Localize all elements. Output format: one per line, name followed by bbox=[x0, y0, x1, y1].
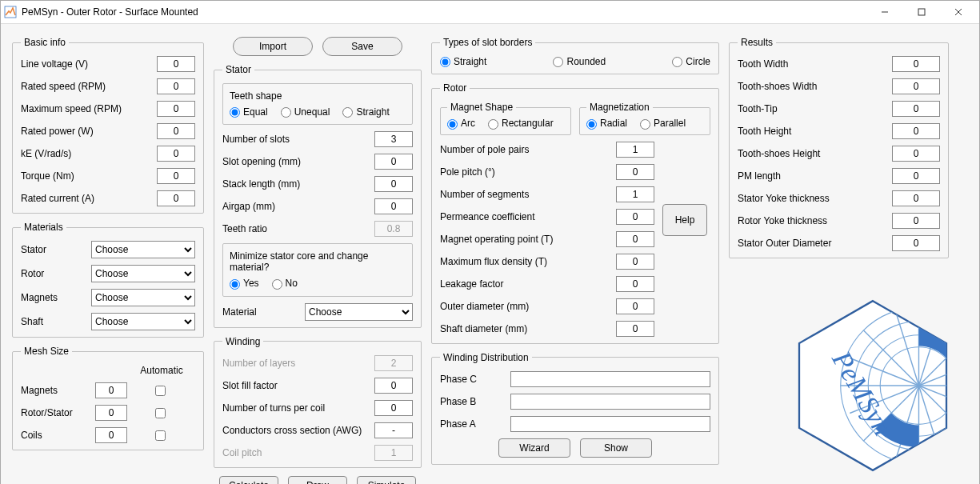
shaft-material-select[interactable]: Choose bbox=[91, 313, 195, 330]
label: Tooth Width bbox=[738, 58, 788, 70]
calculate-button[interactable]: Calculate bbox=[219, 476, 278, 484]
turns-input[interactable] bbox=[374, 400, 413, 416]
label: Stator Outer Diameter bbox=[738, 238, 831, 249]
stator-title: Stator bbox=[222, 64, 254, 75]
label: Shaft diameter (mm) bbox=[440, 323, 527, 334]
label: Rated current (A) bbox=[21, 193, 94, 204]
help-button[interactable]: Help bbox=[662, 204, 707, 236]
maximize-button[interactable] bbox=[904, 2, 939, 22]
label: Outer diameter (mm) bbox=[440, 301, 529, 312]
label: Number of pole pairs bbox=[440, 144, 529, 155]
rotor-yoke-output[interactable] bbox=[892, 213, 940, 229]
teeth-equal-radio[interactable]: Equal bbox=[230, 106, 268, 118]
max-speed-input[interactable] bbox=[157, 101, 195, 117]
stator-core-material-select[interactable]: Choose bbox=[305, 303, 413, 321]
border-straight-radio[interactable]: Straight bbox=[440, 56, 486, 67]
pole-pitch-input[interactable] bbox=[616, 164, 654, 180]
show-button[interactable]: Show bbox=[580, 438, 652, 458]
tooth-width-output[interactable] bbox=[892, 56, 940, 72]
mop-input[interactable] bbox=[616, 231, 654, 247]
outer-diameter-input[interactable] bbox=[616, 298, 654, 314]
label: Maximum flux density (T) bbox=[440, 256, 547, 267]
awg-input[interactable] bbox=[374, 422, 413, 438]
teeth-unequal-radio[interactable]: Unequal bbox=[281, 106, 330, 118]
mesh-rotor-input[interactable] bbox=[95, 405, 127, 421]
label: Coils bbox=[21, 430, 85, 441]
label: Maximum speed (RPM) bbox=[21, 103, 122, 114]
mesh-magnets-input[interactable] bbox=[95, 382, 127, 398]
magnet-rect-radio[interactable]: Rectangular bbox=[488, 118, 554, 129]
label: PM length bbox=[738, 170, 781, 182]
rotor-material-select[interactable]: Choose bbox=[91, 265, 195, 282]
mesh-rotor-auto-checkbox[interactable] bbox=[155, 408, 166, 418]
label: Airgap (mm) bbox=[222, 201, 275, 212]
label: Stack length (mm) bbox=[222, 178, 300, 190]
close-button[interactable] bbox=[941, 2, 976, 22]
minimize-yes-radio[interactable]: Yes bbox=[230, 278, 259, 289]
ke-input[interactable] bbox=[157, 146, 195, 162]
minimize-no-radio[interactable]: No bbox=[272, 278, 298, 289]
magnets-material-select[interactable]: Choose bbox=[91, 289, 195, 306]
winding-title: Winding bbox=[222, 336, 263, 347]
draw-button[interactable]: Draw bbox=[288, 476, 347, 484]
mesh-size-group: Mesh Size Automatic Magnets Rotor/Stator… bbox=[12, 346, 204, 450]
mag-radial-radio[interactable]: Radial bbox=[586, 118, 627, 129]
shaft-diameter-input[interactable] bbox=[616, 321, 654, 337]
mesh-coils-auto-checkbox[interactable] bbox=[155, 430, 166, 441]
tooth-tip-output[interactable] bbox=[892, 101, 940, 117]
tooth-shoes-width-output[interactable] bbox=[892, 78, 940, 94]
flux-input[interactable] bbox=[616, 254, 654, 270]
torque-input[interactable] bbox=[157, 168, 195, 184]
teeth-straight-radio[interactable]: Straight bbox=[342, 106, 389, 118]
pm-length-output[interactable] bbox=[892, 168, 940, 184]
tooth-shoes-height-output[interactable] bbox=[892, 146, 940, 162]
label: Permeance coefficient bbox=[440, 211, 535, 222]
minimize-button[interactable] bbox=[867, 2, 902, 22]
border-circle-radio[interactable]: Circle bbox=[672, 56, 710, 67]
label: Phase A bbox=[440, 418, 488, 430]
phase-b-input[interactable] bbox=[510, 394, 710, 410]
border-rounded-radio[interactable]: Rounded bbox=[553, 56, 606, 67]
coil-pitch-input bbox=[374, 445, 413, 461]
save-button[interactable]: Save bbox=[322, 37, 402, 56]
mesh-coils-input[interactable] bbox=[95, 427, 127, 443]
pole-pairs-input[interactable] bbox=[616, 142, 654, 158]
rated-speed-input[interactable] bbox=[157, 78, 195, 94]
svg-line-3 bbox=[955, 9, 962, 15]
stack-length-input[interactable] bbox=[374, 176, 413, 192]
airgap-input[interactable] bbox=[374, 198, 413, 214]
stator-outer-diameter-output[interactable] bbox=[892, 235, 940, 251]
phase-c-input[interactable] bbox=[510, 371, 710, 387]
perm-input[interactable] bbox=[616, 209, 654, 225]
mag-parallel-radio[interactable]: Parallel bbox=[640, 118, 686, 129]
import-button[interactable]: Import bbox=[233, 37, 313, 56]
magnet-arc-radio[interactable]: Arc bbox=[447, 118, 475, 129]
magnetization-title: Magnetization bbox=[586, 102, 653, 113]
label: Stator bbox=[21, 244, 46, 255]
mesh-magnets-auto-checkbox[interactable] bbox=[155, 386, 166, 396]
leak-input[interactable] bbox=[616, 276, 654, 292]
simulate-button[interactable]: Simulate bbox=[357, 476, 416, 484]
label: Number of layers bbox=[222, 358, 295, 369]
phase-a-input[interactable] bbox=[510, 416, 710, 432]
segments-input[interactable] bbox=[616, 186, 654, 202]
stator-material-select[interactable]: Choose bbox=[91, 241, 195, 258]
label: Magnet operating point (T) bbox=[440, 234, 553, 245]
stator-group: Stator Teeth shape Equal Unequal Straigh… bbox=[214, 64, 422, 328]
label: Number of turns per coil bbox=[222, 402, 325, 414]
slot-fill-input[interactable] bbox=[374, 378, 413, 394]
materials-title: Materials bbox=[21, 222, 66, 233]
stator-yoke-output[interactable] bbox=[892, 190, 940, 206]
num-slots-input[interactable] bbox=[374, 131, 413, 147]
tooth-height-output[interactable] bbox=[892, 123, 940, 139]
basic-info-title: Basic info bbox=[21, 37, 69, 48]
rated-power-input[interactable] bbox=[157, 123, 195, 139]
label: Material bbox=[222, 306, 257, 318]
materials-group: Materials StatorChoose RotorChoose Magne… bbox=[12, 222, 204, 338]
wizard-button[interactable]: Wizard bbox=[498, 438, 570, 458]
line-voltage-input[interactable] bbox=[157, 56, 195, 72]
slot-opening-input[interactable] bbox=[374, 154, 413, 170]
rated-current-input[interactable] bbox=[157, 190, 195, 206]
label: Leakage factor bbox=[440, 278, 503, 290]
teeth-shape-title: Teeth shape bbox=[230, 90, 406, 102]
